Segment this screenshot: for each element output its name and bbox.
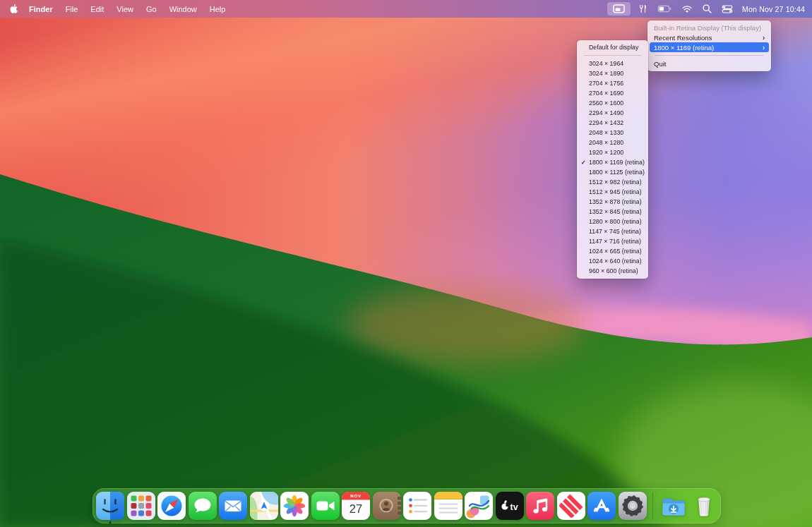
apple-logo-icon[interactable] [9,4,18,14]
menu-item-label: 1147 × 745 (retina) [589,228,641,235]
menubar-menu-help[interactable]: Help [203,0,232,18]
menu-item-1800-1169-retina[interactable]: ✓1800 × 1169 (retina) [579,157,646,167]
menu-item-2560-1600[interactable]: 2560 × 1600 [579,98,646,108]
menu-item-3024-1890[interactable]: 3024 × 1890 [579,68,646,78]
dock-music-icon[interactable] [526,492,554,520]
dock-calendar-icon[interactable]: NOV27 [342,492,370,520]
menu-item-2048-1330[interactable]: 2048 × 1330 [579,128,646,138]
menu-item-1280-800-retina[interactable]: 1280 × 800 (retina) [579,217,646,226]
menubar-menu-finder[interactable]: Finder [23,0,59,18]
menu-item-label: 2704 × 1690 [589,90,623,97]
wifi-icon[interactable] [681,4,693,14]
menu-bar: FinderFileEditViewGoWindowHelp Mon Nov 2… [0,0,812,18]
menu-item-2704-1690[interactable]: 2704 × 1690 [579,88,646,98]
menubar-menu-edit[interactable]: Edit [84,0,110,18]
menu-item-label: 2294 × 1490 [589,109,623,116]
menubar-menu-file[interactable]: File [59,0,85,18]
dock-reminders-icon[interactable] [403,492,431,520]
menu-item-label: 1800 × 1169 (retina) [589,159,645,166]
menu-item-1147-716-retina[interactable]: 1147 × 716 (retina) [579,236,646,246]
dock-freeform-icon[interactable] [465,492,493,520]
menu-item-1512-945-retina[interactable]: 1512 × 945 (retina) [579,187,646,197]
control-center-icon[interactable] [722,4,733,14]
svg-text:27: 27 [350,502,362,515]
dock-trash-icon[interactable] [690,492,718,520]
submenu-arrow-icon: › [763,33,765,42]
menu-item-label: 1024 × 640 (retina) [589,258,642,265]
menu-item-label: 3024 × 1890 [589,70,623,77]
menu-item-1352-845-retina[interactable]: 1352 × 845 (retina) [579,207,646,217]
menu-item-1800-1169-retina[interactable]: 1800 × 1169 (retina)› [650,42,769,52]
display-resolution-menu-icon[interactable] [607,2,631,16]
spotlight-search-icon[interactable] [702,4,712,14]
desktop-wallpaper [0,0,812,527]
wallpaper-green-waves [0,0,812,527]
menubar-status-area: Mon Nov 27 10:44 [607,2,812,16]
submenu-arrow-icon: › [763,43,765,52]
menu-item-label: 1280 × 800 (retina) [589,218,642,225]
menu-separator [655,55,764,56]
dock-downloads-icon[interactable] [659,492,688,520]
menu-item-1512-982-retina[interactable]: 1512 × 982 (retina) [579,177,646,187]
menu-item-label: 1800 × 1125 (retina) [589,169,645,176]
menubar-menus: FinderFileEditViewGoWindowHelp [23,0,232,18]
dock-safari-icon[interactable] [157,492,186,520]
menu-item-1024-640-retina[interactable]: 1024 × 640 (retina) [579,256,646,266]
menu-item-3024-1964[interactable]: 3024 × 1964 [579,59,646,68]
menu-item-2048-1280[interactable]: 2048 × 1280 [579,138,646,147]
checkmark-icon: ✓ [581,159,586,166]
menu-item-960-600-retina[interactable]: 960 × 600 (retina) [579,266,646,276]
menu-item-label: 1352 × 845 (retina) [589,208,642,215]
dock-photos-icon[interactable] [280,492,309,520]
menu-item-1147-745-retina[interactable]: 1147 × 745 (retina) [579,226,646,236]
menu-item-label: Built-in Retina Display (This display) [654,24,761,32]
menu-item-label: 1920 × 1200 [589,149,623,156]
dock-appstore-icon[interactable] [587,492,616,520]
menu-item-label: 960 × 600 (retina) [589,267,638,274]
menu-item-label: 1352 × 878 (retina) [589,198,642,205]
menu-item-default-for-display[interactable]: Default for display [579,42,646,52]
dock-news-icon[interactable] [557,492,585,520]
menu-item-label: 2560 × 1600 [589,99,623,107]
dock-facetime-icon[interactable] [311,492,340,520]
menu-item-1800-1125-retina[interactable]: 1800 × 1125 (retina) [579,167,646,177]
menu-item-1920-1200[interactable]: 1920 × 1200 [579,147,646,157]
menubar-menu-window[interactable]: Window [163,0,203,18]
menu-item-label: 2048 × 1330 [589,129,623,136]
menu-item-built-in-retina-display-this-display: Built-in Retina Display (This display) [650,23,769,32]
utensils-utility-icon[interactable] [638,4,648,14]
menubar-clock[interactable]: Mon Nov 27 10:44 [742,5,805,13]
menu-item-label: Recent Resolutions [654,34,712,42]
resolution-dropdown-menu: Built-in Retina Display (This display)Re… [647,20,771,71]
running-indicator-dot [109,521,112,523]
menu-item-2704-1756[interactable]: 2704 × 1756 [579,78,646,88]
menu-item-label: 2704 × 1756 [589,80,623,87]
dock-contacts-icon[interactable] [373,492,401,520]
dock-launchpad-icon[interactable] [127,492,155,520]
dock-separator [652,492,653,519]
menu-item-label: 1800 × 1169 (retina) [654,44,714,52]
battery-icon[interactable] [657,4,672,14]
menubar-menu-view[interactable]: View [110,0,140,18]
menu-item-recent-resolutions[interactable]: Recent Resolutions› [650,32,769,42]
menu-item-label: Default for display [589,44,638,51]
menu-item-2294-1432[interactable]: 2294 × 1432 [579,118,646,128]
menu-item-label: 1512 × 945 (retina) [589,188,642,195]
menu-item-label: 2294 × 1432 [589,119,623,126]
dock-maps-icon[interactable] [250,492,278,520]
dock-notes-icon[interactable] [434,492,462,520]
menu-item-label: 2048 × 1280 [589,139,623,146]
menu-item-2294-1490[interactable]: 2294 × 1490 [579,108,646,118]
dock-messages-icon[interactable] [189,492,217,520]
dock-settings-icon[interactable] [619,492,647,520]
menu-separator [584,55,641,56]
menu-item-label: 1512 × 982 (retina) [589,178,642,186]
menu-item-quit[interactable]: Quit [650,59,769,68]
dock-appletv-icon[interactable]: tv [496,492,524,520]
svg-text:tv: tv [510,502,518,512]
menu-item-1352-878-retina[interactable]: 1352 × 878 (retina) [579,197,646,207]
menu-item-1024-665-retina[interactable]: 1024 × 665 (retina) [579,246,646,256]
dock-mail-icon[interactable] [219,492,247,520]
menubar-menu-go[interactable]: Go [140,0,163,18]
dock-finder-icon[interactable] [96,492,124,520]
